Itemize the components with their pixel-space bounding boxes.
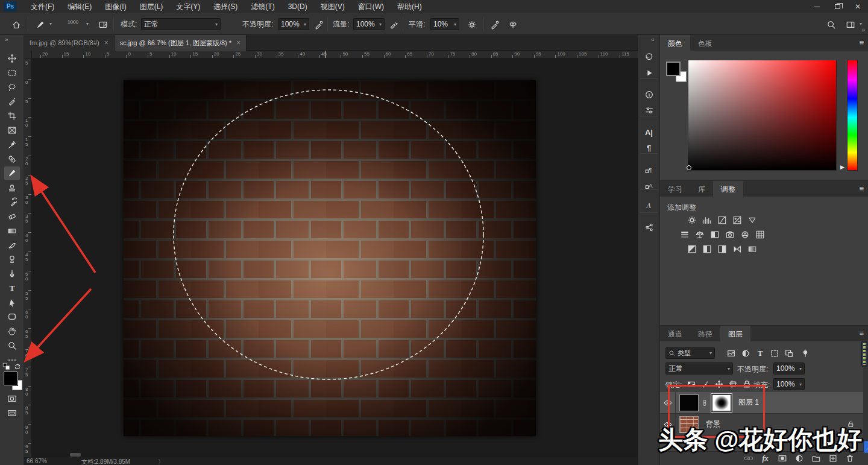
layers-panel-tab-2[interactable]: 路径 [690,326,720,341]
menu-item-1[interactable]: 文件(F) [24,0,61,13]
levels-button[interactable] [702,215,712,226]
move-tool[interactable] [4,52,20,65]
vertical-ruler[interactable]: 5051 01 52 02 53 03 54 04 55 05 56 06 57… [24,59,32,457]
spot-healing-brush-tool[interactable] [4,153,20,166]
photo-filter-button[interactable] [725,229,735,240]
menu-item-10[interactable]: 窗口(W) [351,0,391,13]
panel-foreground-swatch[interactable] [666,62,681,76]
menu-item-6[interactable]: 选择(S) [207,0,244,13]
workspace-switcher-button[interactable] [844,19,857,30]
layer-blend-mode-select[interactable]: 正常 ▾ [665,362,733,375]
pressure-size-button[interactable] [488,19,502,30]
airbrush-button[interactable] [387,19,400,30]
status-expand-icon[interactable]: 〉 [158,458,164,465]
color-field-marker[interactable] [687,165,691,170]
pressure-opacity-button[interactable] [312,19,326,30]
invert-button[interactable] [687,244,697,255]
close-button[interactable]: ✕ [848,0,868,13]
tab-close-icon[interactable]: × [104,39,108,47]
layers-panel-tab-3[interactable]: 图层 [720,326,750,341]
document-tab[interactable]: sc.jpg @ 66.7% (图层 1, 图层蒙版/8) *× [115,35,247,51]
menu-item-2[interactable]: 编辑(E) [61,0,98,13]
panel-menu-icon[interactable]: ≡ [859,38,864,47]
lasso-tool[interactable] [4,81,20,94]
layer-opacity-select[interactable]: 100% ▾ [773,362,805,375]
smudge-tool[interactable] [4,238,20,251]
minimize-button[interactable] [807,0,827,13]
flow-select[interactable]: 100% ▾ [353,18,385,30]
floating-scroll-widget[interactable] [861,341,867,367]
filter-shape-button[interactable] [770,348,779,358]
hue-slider-pointer[interactable]: ▶ [840,164,844,170]
quick-mask-button[interactable] [5,393,19,404]
properties-panel-button[interactable] [641,104,656,117]
chevron-down-icon[interactable]: ▾ [86,13,89,35]
horizontal-ruler[interactable]: 2015105051015202530354045505560657075808… [32,51,638,59]
foreground-color-swatch[interactable] [4,372,17,385]
document-tab[interactable]: fm.jpg @ 89%(RGB/8#)× [24,35,115,51]
eyedropper-tool[interactable] [4,138,20,151]
vibrance-button[interactable] [747,215,757,226]
canvas-pasteboard[interactable] [32,59,638,457]
type-tool[interactable]: T [4,282,20,295]
character-panel-button[interactable]: A| [641,125,656,139]
actions-panel-button[interactable] [641,66,656,80]
panel-menu-icon[interactable]: ≡ [859,184,864,193]
crop-tool[interactable] [4,109,20,122]
document-canvas[interactable] [124,80,536,436]
brush-preset-picker[interactable]: 1000 [64,15,82,34]
pen-tool[interactable] [4,267,20,280]
color-panel-tab-1[interactable]: 颜色 [660,35,690,51]
panel-menu-icon[interactable]: ≡ [859,329,864,338]
libraries-panel-button[interactable] [641,221,656,234]
paragraph-panel-button[interactable]: ¶ [641,141,656,154]
history-brush-tool[interactable] [4,195,20,209]
menu-item-11[interactable]: 帮助(H) [391,0,429,13]
menu-item-8[interactable]: 3D(D) [281,0,314,13]
rectangular-marquee-tool[interactable] [4,66,20,80]
panel-collapse-icon[interactable]: » [861,27,864,33]
clone-stamp-tool[interactable] [4,181,20,194]
black-white-button[interactable] [709,229,720,240]
filter-pixel-button[interactable] [726,348,736,358]
paint-symmetry-button[interactable] [506,19,520,30]
eraser-tool[interactable] [4,210,20,223]
dock-collapse-icon[interactable]: « [651,36,654,43]
search-button[interactable] [825,19,838,30]
adjustments-panel-tab-3[interactable]: 调整 [713,181,743,197]
saturation-brightness-field[interactable] [688,60,837,171]
zoom-tool[interactable] [4,339,20,352]
exposure-button[interactable] [732,215,742,226]
selection-brush-tool[interactable] [4,95,20,108]
menu-item-5[interactable]: 文字(Y) [169,0,207,13]
layer-filter-toggle[interactable] [800,348,810,358]
horizontal-scrollbar-thumb[interactable] [70,453,81,457]
swap-colors-button[interactable] [13,362,22,371]
menu-item-7[interactable]: 滤镜(T) [244,0,281,13]
tool-preset-button[interactable] [34,19,47,30]
path-selection-tool[interactable] [4,296,20,309]
brightness-contrast-button[interactable] [687,215,697,226]
gradient-map-button[interactable] [747,244,757,255]
posterize-button[interactable] [702,244,712,255]
hue-slider[interactable] [847,60,858,171]
paragraph-styles-panel-button[interactable]: ¶ [641,163,656,176]
smoothing-options-gear-button[interactable] [465,19,479,30]
adjustments-panel-tab-1[interactable]: 学习 [660,181,690,197]
filter-adjustment-button[interactable] [741,348,750,358]
blend-mode-select[interactable]: 正常 ▾ [141,18,221,30]
restore-button[interactable] [827,0,848,13]
brush-tool[interactable] [4,166,20,180]
zoom-level-field[interactable]: 66.67% [27,458,47,464]
default-colors-button[interactable] [2,362,11,371]
threshold-button[interactable] [717,244,727,255]
color-lookup-button[interactable] [755,229,765,240]
selective-color-button[interactable] [732,244,742,255]
ruler-origin-corner[interactable] [24,51,32,59]
filter-smart-button[interactable] [784,348,794,358]
adjustments-panel-tab-2[interactable]: 库 [690,181,713,197]
smoothing-select[interactable]: 10% ▾ [430,18,459,30]
info-panel-button[interactable] [641,88,656,101]
layer-filter-type-select[interactable]: 类型 ▾ [665,347,715,359]
color-balance-button[interactable] [694,229,705,240]
